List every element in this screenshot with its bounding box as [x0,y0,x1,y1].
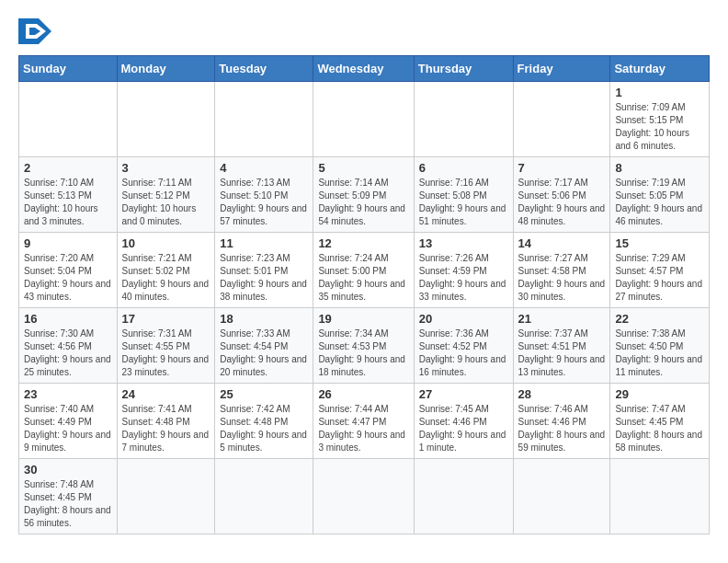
day-number: 8 [615,161,704,175]
calendar-cell: 16Sunrise: 7:30 AM Sunset: 4:56 PM Dayli… [19,308,118,384]
calendar-cell: 1Sunrise: 7:09 AM Sunset: 5:15 PM Daylig… [610,82,710,157]
calendar-cell: 5Sunrise: 7:14 AM Sunset: 5:09 PM Daylig… [313,157,414,233]
calendar-cell: 26Sunrise: 7:44 AM Sunset: 4:47 PM Dayli… [313,384,414,459]
day-number: 4 [220,161,308,175]
day-info: Sunrise: 7:29 AM Sunset: 4:57 PM Dayligh… [615,252,704,304]
week-row-6: 30Sunrise: 7:48 AM Sunset: 4:45 PM Dayli… [19,459,710,534]
day-number: 14 [518,236,606,250]
day-number: 16 [24,312,112,326]
day-info: Sunrise: 7:30 AM Sunset: 4:56 PM Dayligh… [24,327,112,379]
day-info: Sunrise: 7:24 AM Sunset: 5:00 PM Dayligh… [318,252,408,304]
calendar-cell [313,459,414,534]
day-info: Sunrise: 7:11 AM Sunset: 5:12 PM Dayligh… [122,177,210,228]
calendar-cell: 10Sunrise: 7:21 AM Sunset: 5:02 PM Dayli… [117,233,215,308]
day-number: 12 [318,236,408,250]
calendar-cell [414,82,513,157]
day-number: 7 [518,161,606,175]
day-info: Sunrise: 7:41 AM Sunset: 4:48 PM Dayligh… [122,403,210,454]
page-header [18,18,710,46]
calendar-cell: 21Sunrise: 7:37 AM Sunset: 4:51 PM Dayli… [513,308,610,384]
weekday-thursday: Thursday [414,56,513,82]
day-number: 3 [122,161,210,175]
calendar-cell: 9Sunrise: 7:20 AM Sunset: 5:04 PM Daylig… [19,233,118,308]
day-info: Sunrise: 7:47 AM Sunset: 4:45 PM Dayligh… [615,403,704,454]
day-number: 25 [220,387,308,401]
day-info: Sunrise: 7:16 AM Sunset: 5:08 PM Dayligh… [419,177,508,228]
calendar-cell: 7Sunrise: 7:17 AM Sunset: 5:06 PM Daylig… [513,157,610,233]
logo-icon [18,18,51,46]
day-info: Sunrise: 7:34 AM Sunset: 4:53 PM Dayligh… [318,327,408,379]
day-number: 23 [24,387,112,401]
day-info: Sunrise: 7:19 AM Sunset: 5:05 PM Dayligh… [615,177,704,228]
day-info: Sunrise: 7:37 AM Sunset: 4:51 PM Dayligh… [518,327,606,379]
day-number: 22 [615,312,704,326]
calendar-cell: 25Sunrise: 7:42 AM Sunset: 4:48 PM Dayli… [215,384,313,459]
calendar-cell [414,459,513,534]
day-number: 30 [24,463,112,477]
weekday-friday: Friday [513,56,610,82]
calendar-cell: 12Sunrise: 7:24 AM Sunset: 5:00 PM Dayli… [313,233,414,308]
week-row-3: 9Sunrise: 7:20 AM Sunset: 5:04 PM Daylig… [19,233,710,308]
calendar-cell: 19Sunrise: 7:34 AM Sunset: 4:53 PM Dayli… [313,308,414,384]
weekday-sunday: Sunday [19,56,118,82]
day-info: Sunrise: 7:27 AM Sunset: 4:58 PM Dayligh… [518,252,606,304]
day-number: 21 [518,312,606,326]
day-number: 27 [419,387,508,401]
calendar-cell: 24Sunrise: 7:41 AM Sunset: 4:48 PM Dayli… [117,384,215,459]
day-number: 6 [419,161,508,175]
day-number: 18 [220,312,308,326]
day-info: Sunrise: 7:36 AM Sunset: 4:52 PM Dayligh… [419,327,508,379]
weekday-header-row: SundayMondayTuesdayWednesdayThursdayFrid… [19,56,710,82]
calendar-cell [513,82,610,157]
calendar-cell: 6Sunrise: 7:16 AM Sunset: 5:08 PM Daylig… [414,157,513,233]
day-number: 20 [419,312,508,326]
calendar-cell: 18Sunrise: 7:33 AM Sunset: 4:54 PM Dayli… [215,308,313,384]
calendar-cell [610,459,710,534]
day-info: Sunrise: 7:09 AM Sunset: 5:15 PM Dayligh… [615,101,704,153]
calendar-cell: 30Sunrise: 7:48 AM Sunset: 4:45 PM Dayli… [19,459,118,534]
calendar-cell: 3Sunrise: 7:11 AM Sunset: 5:12 PM Daylig… [117,157,215,233]
day-number: 28 [518,387,606,401]
calendar-cell: 11Sunrise: 7:23 AM Sunset: 5:01 PM Dayli… [215,233,313,308]
day-info: Sunrise: 7:44 AM Sunset: 4:47 PM Dayligh… [318,403,408,454]
calendar-cell: 8Sunrise: 7:19 AM Sunset: 5:05 PM Daylig… [610,157,710,233]
day-number: 2 [24,161,112,175]
week-row-1: 1Sunrise: 7:09 AM Sunset: 5:15 PM Daylig… [19,82,710,157]
day-number: 15 [615,236,704,250]
day-info: Sunrise: 7:17 AM Sunset: 5:06 PM Dayligh… [518,177,606,228]
day-info: Sunrise: 7:31 AM Sunset: 4:55 PM Dayligh… [122,327,210,379]
day-info: Sunrise: 7:48 AM Sunset: 4:45 PM Dayligh… [24,478,112,530]
day-info: Sunrise: 7:21 AM Sunset: 5:02 PM Dayligh… [122,252,210,304]
week-row-5: 23Sunrise: 7:40 AM Sunset: 4:49 PM Dayli… [19,384,710,459]
day-info: Sunrise: 7:42 AM Sunset: 4:48 PM Dayligh… [220,403,308,454]
day-info: Sunrise: 7:45 AM Sunset: 4:46 PM Dayligh… [419,403,508,454]
calendar-cell: 4Sunrise: 7:13 AM Sunset: 5:10 PM Daylig… [215,157,313,233]
day-info: Sunrise: 7:46 AM Sunset: 4:46 PM Dayligh… [518,403,606,454]
day-number: 13 [419,236,508,250]
calendar-cell [117,459,215,534]
day-info: Sunrise: 7:23 AM Sunset: 5:01 PM Dayligh… [220,252,308,304]
week-row-2: 2Sunrise: 7:10 AM Sunset: 5:13 PM Daylig… [19,157,710,233]
day-info: Sunrise: 7:13 AM Sunset: 5:10 PM Dayligh… [220,177,308,228]
day-number: 29 [615,387,704,401]
calendar-cell: 29Sunrise: 7:47 AM Sunset: 4:45 PM Dayli… [610,384,710,459]
weekday-wednesday: Wednesday [313,56,414,82]
day-number: 1 [615,86,704,99]
calendar-cell: 28Sunrise: 7:46 AM Sunset: 4:46 PM Dayli… [513,384,610,459]
calendar-cell: 15Sunrise: 7:29 AM Sunset: 4:57 PM Dayli… [610,233,710,308]
week-row-4: 16Sunrise: 7:30 AM Sunset: 4:56 PM Dayli… [19,308,710,384]
day-number: 24 [122,387,210,401]
calendar-cell: 17Sunrise: 7:31 AM Sunset: 4:55 PM Dayli… [117,308,215,384]
weekday-tuesday: Tuesday [215,56,313,82]
calendar-cell: 22Sunrise: 7:38 AM Sunset: 4:50 PM Dayli… [610,308,710,384]
calendar-cell [313,82,414,157]
day-number: 26 [318,387,408,401]
calendar-cell: 14Sunrise: 7:27 AM Sunset: 4:58 PM Dayli… [513,233,610,308]
weekday-monday: Monday [117,56,215,82]
calendar-table: SundayMondayTuesdayWednesdayThursdayFrid… [18,55,710,534]
day-info: Sunrise: 7:26 AM Sunset: 4:59 PM Dayligh… [419,252,508,304]
day-number: 10 [122,236,210,250]
day-info: Sunrise: 7:10 AM Sunset: 5:13 PM Dayligh… [24,177,112,228]
day-info: Sunrise: 7:14 AM Sunset: 5:09 PM Dayligh… [318,177,408,228]
day-number: 9 [24,236,112,250]
